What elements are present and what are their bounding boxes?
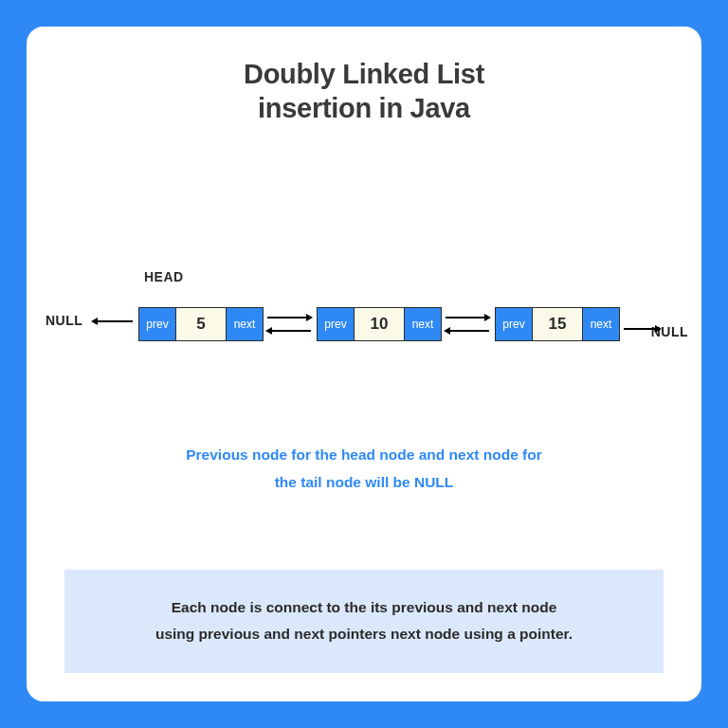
arrow-node1-to-node2-next <box>267 317 307 318</box>
node-3-value: 15 <box>532 308 583 340</box>
title-line-1: Doubly Linked List <box>244 59 484 89</box>
node-1-next: next <box>227 308 263 340</box>
note-line-1: Previous node for the head node and next… <box>186 446 541 463</box>
arrow-null-to-node1 <box>97 320 133 322</box>
content-card: Doubly Linked List insertion in Java HEA… <box>27 27 701 701</box>
linked-list-diagram: HEAD NULL NULL prev 5 next prev 10 next … <box>38 282 690 387</box>
arrow-node3-to-node2-prev <box>449 330 489 332</box>
arrow-node2-to-node1-prev <box>271 330 311 332</box>
note-text: Previous node for the head node and next… <box>27 442 701 496</box>
title-line-2: insertion in Java <box>258 93 470 123</box>
arrow-node3-to-null <box>624 328 656 330</box>
node-2-value: 10 <box>354 308 405 340</box>
node-1-value: 5 <box>175 308 227 340</box>
footer-line-1: Each node is connect to the its previous… <box>172 599 557 615</box>
node-2-next: next <box>405 308 441 340</box>
node-3-prev: prev <box>496 308 532 340</box>
arrow-node2-to-node3-next <box>446 317 485 318</box>
node-1-prev: prev <box>139 308 175 340</box>
node-3: prev 15 next <box>495 307 620 341</box>
null-left-label: NULL <box>46 313 82 328</box>
footer-box: Each node is connect to the its previous… <box>64 570 664 673</box>
footer-line-2: using previous and next pointers next no… <box>155 626 573 642</box>
note-line-2: the tail node will be NULL <box>275 474 454 490</box>
head-label: HEAD <box>144 269 184 284</box>
node-2-prev: prev <box>318 308 354 340</box>
node-3-next: next <box>583 308 619 340</box>
page-title: Doubly Linked List insertion in Java <box>49 57 679 126</box>
node-2: prev 10 next <box>317 307 442 341</box>
node-1: prev 5 next <box>138 307 264 341</box>
